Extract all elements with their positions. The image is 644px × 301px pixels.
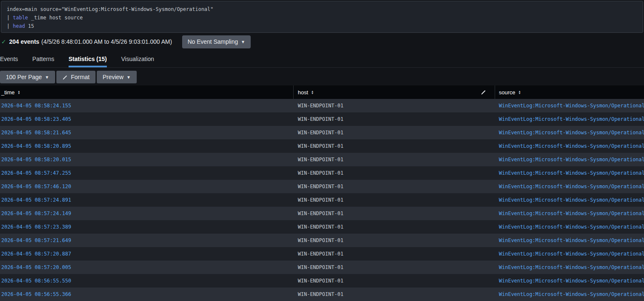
sort-icon[interactable]: ▲▼ — [311, 90, 314, 94]
cell-host[interactable]: WIN-ENDPOINT-01 — [294, 210, 495, 216]
cell-host[interactable]: WIN-ENDPOINT-01 — [294, 251, 495, 257]
cell-host[interactable]: WIN-ENDPOINT-01 — [294, 291, 495, 297]
cell-host[interactable]: WIN-ENDPOINT-01 — [294, 103, 495, 109]
cell-time[interactable]: 2026-04-05 08:58:20.015 — [0, 157, 294, 162]
edit-column-pencil-icon[interactable] — [480, 89, 486, 96]
table-row: 2026-04-05 08:57:20.887WIN-ENDPOINT-01Wi… — [0, 247, 644, 261]
table-row: 2026-04-05 08:58:23.405WIN-ENDPOINT-01Wi… — [0, 112, 644, 126]
cell-time[interactable]: 2026-04-05 08:57:46.120 — [0, 184, 294, 189]
cell-time[interactable]: 2026-04-05 08:57:23.389 — [0, 224, 294, 230]
cell-time[interactable]: 2026-04-05 08:56:55.366 — [0, 291, 294, 297]
table-row: 2026-04-05 08:58:20.015WIN-ENDPOINT-01Wi… — [0, 153, 644, 166]
query-line: index=main source="WinEventLog:Microsoft… — [7, 5, 637, 13]
cell-time[interactable]: 2026-04-05 08:58:20.895 — [0, 143, 294, 149]
format-button[interactable]: Format — [56, 71, 95, 83]
cell-source[interactable]: WinEventLog:Microsoft-Windows-Sysmon/Ope… — [495, 197, 644, 203]
cell-host[interactable]: WIN-ENDPOINT-01 — [294, 170, 495, 176]
event-sampling-label: No Event Sampling — [188, 38, 238, 45]
table-row: 2026-04-05 08:58:24.155WIN-ENDPOINT-01Wi… — [0, 99, 644, 112]
tab-statistics[interactable]: Statistics (15) — [69, 51, 107, 67]
preview-label: Preview — [103, 74, 124, 80]
table-row: 2026-04-05 08:57:46.120WIN-ENDPOINT-01Wi… — [0, 180, 644, 193]
cell-host[interactable]: WIN-ENDPOINT-01 — [294, 130, 495, 136]
cell-time[interactable]: 2026-04-05 08:56:55.550 — [0, 278, 294, 284]
cell-source[interactable]: WinEventLog:Microsoft-Windows-Sysmon/Ope… — [495, 130, 644, 136]
search-query[interactable]: index=main source="WinEventLog:Microsoft… — [1, 1, 643, 33]
cell-time[interactable]: 2026-04-05 08:57:47.255 — [0, 170, 294, 176]
chevron-down-icon: ▼ — [45, 75, 49, 80]
table-row: 2026-04-05 08:58:20.895WIN-ENDPOINT-01Wi… — [0, 139, 644, 153]
cell-source[interactable]: WinEventLog:Microsoft-Windows-Sysmon/Ope… — [495, 116, 644, 122]
column-header-source[interactable]: source ▲▼ — [495, 85, 644, 99]
query-line: | table _time host source — [7, 13, 637, 22]
cell-time[interactable]: 2026-04-05 08:58:21.645 — [0, 130, 294, 136]
tab-patterns[interactable]: Patterns — [32, 51, 54, 67]
table-header: _time ▲▼ host ▲▼ source ▲▼ — [0, 85, 644, 99]
cell-source[interactable]: WinEventLog:Microsoft-Windows-Sysmon/Ope… — [495, 237, 644, 243]
cell-source[interactable]: WinEventLog:Microsoft-Windows-Sysmon/Ope… — [495, 143, 644, 149]
statistics-toolbar: 100 Per Page ▼ Format Preview ▼ — [0, 68, 644, 85]
cell-host[interactable]: WIN-ENDPOINT-01 — [294, 116, 495, 122]
cell-source[interactable]: WinEventLog:Microsoft-Windows-Sysmon/Ope… — [495, 278, 644, 284]
cell-source[interactable]: WinEventLog:Microsoft-Windows-Sysmon/Ope… — [495, 210, 644, 216]
cell-time[interactable]: 2026-04-05 08:58:23.405 — [0, 116, 294, 122]
column-header-time-label: _time — [1, 89, 15, 96]
statistics-table: _time ▲▼ host ▲▼ source ▲▼ 2026-04-05 08… — [0, 85, 644, 301]
tab-events[interactable]: Events — [0, 51, 18, 67]
events-time-range: (4/5/26 8:48:01.000 AM to 4/5/26 9:03:01… — [41, 38, 172, 45]
cell-source[interactable]: WinEventLog:Microsoft-Windows-Sysmon/Ope… — [495, 170, 644, 176]
table-row: 2026-04-05 08:56:55.366WIN-ENDPOINT-01Wi… — [0, 288, 644, 301]
column-header-source-label: source — [499, 89, 515, 96]
sort-icon[interactable]: ▲▼ — [518, 90, 521, 94]
table-row: 2026-04-05 08:56:55.550WIN-ENDPOINT-01Wi… — [0, 274, 644, 288]
cell-source[interactable]: WinEventLog:Microsoft-Windows-Sysmon/Ope… — [495, 291, 644, 297]
events-bar: ✓ 204 events (4/5/26 8:48:01.000 AM to 4… — [0, 33, 644, 51]
sort-icon[interactable]: ▲▼ — [18, 90, 20, 94]
cell-time[interactable]: 2026-04-05 08:57:21.649 — [0, 237, 294, 243]
column-header-host-label: host — [298, 89, 308, 96]
tab-visualization[interactable]: Visualization — [121, 51, 154, 67]
cell-host[interactable]: WIN-ENDPOINT-01 — [294, 237, 495, 243]
cell-time[interactable]: 2026-04-05 08:57:20.887 — [0, 251, 294, 257]
table-row: 2026-04-05 08:57:24.149WIN-ENDPOINT-01Wi… — [0, 207, 644, 220]
cell-host[interactable]: WIN-ENDPOINT-01 — [294, 264, 495, 270]
cell-time[interactable]: 2026-04-05 08:58:24.155 — [0, 103, 294, 109]
cell-host[interactable]: WIN-ENDPOINT-01 — [294, 157, 495, 162]
events-count: 204 events — [9, 38, 40, 45]
cell-source[interactable]: WinEventLog:Microsoft-Windows-Sysmon/Ope… — [495, 264, 644, 270]
cell-host[interactable]: WIN-ENDPOINT-01 — [294, 197, 495, 203]
cell-source[interactable]: WinEventLog:Microsoft-Windows-Sysmon/Ope… — [495, 224, 644, 230]
cell-time[interactable]: 2026-04-05 08:57:24.149 — [0, 210, 294, 216]
cell-time[interactable]: 2026-04-05 08:57:20.005 — [0, 264, 294, 270]
table-row: 2026-04-05 08:57:23.389WIN-ENDPOINT-01Wi… — [0, 220, 644, 234]
column-header-host[interactable]: host ▲▼ — [294, 85, 495, 99]
preview-button[interactable]: Preview ▼ — [97, 71, 137, 83]
cell-host[interactable]: WIN-ENDPOINT-01 — [294, 224, 495, 230]
cell-time[interactable]: 2026-04-05 08:57:24.891 — [0, 197, 294, 203]
per-page-label: 100 Per Page — [6, 74, 42, 80]
cell-host[interactable]: WIN-ENDPOINT-01 — [294, 278, 495, 284]
query-line: | head 15 — [7, 22, 637, 30]
per-page-button[interactable]: 100 Per Page ▼ — [0, 71, 55, 83]
chevron-down-icon: ▼ — [241, 40, 245, 44]
table-body: 2026-04-05 08:58:24.155WIN-ENDPOINT-01Wi… — [0, 99, 644, 301]
column-header-time[interactable]: _time ▲▼ — [0, 85, 294, 99]
table-row: 2026-04-05 08:57:21.649WIN-ENDPOINT-01Wi… — [0, 234, 644, 247]
chevron-down-icon: ▼ — [127, 75, 131, 80]
cell-source[interactable]: WinEventLog:Microsoft-Windows-Sysmon/Ope… — [495, 184, 644, 189]
cell-source[interactable]: WinEventLog:Microsoft-Windows-Sysmon/Ope… — [495, 103, 644, 109]
cell-host[interactable]: WIN-ENDPOINT-01 — [294, 184, 495, 189]
table-row: 2026-04-05 08:57:47.255WIN-ENDPOINT-01Wi… — [0, 166, 644, 180]
table-row: 2026-04-05 08:58:21.645WIN-ENDPOINT-01Wi… — [0, 126, 644, 139]
cell-host[interactable]: WIN-ENDPOINT-01 — [294, 143, 495, 149]
event-sampling-button[interactable]: No Event Sampling ▼ — [182, 35, 251, 48]
format-label: Format — [71, 74, 90, 80]
cell-source[interactable]: WinEventLog:Microsoft-Windows-Sysmon/Ope… — [495, 157, 644, 162]
results-tabs: Events Patterns Statistics (15) Visualiz… — [0, 51, 644, 68]
cell-source[interactable]: WinEventLog:Microsoft-Windows-Sysmon/Ope… — [495, 251, 644, 257]
table-row: 2026-04-05 08:57:20.005WIN-ENDPOINT-01Wi… — [0, 261, 644, 274]
success-check-icon: ✓ — [1, 38, 6, 45]
table-row: 2026-04-05 08:57:24.891WIN-ENDPOINT-01Wi… — [0, 193, 644, 207]
pencil-icon — [62, 75, 68, 80]
